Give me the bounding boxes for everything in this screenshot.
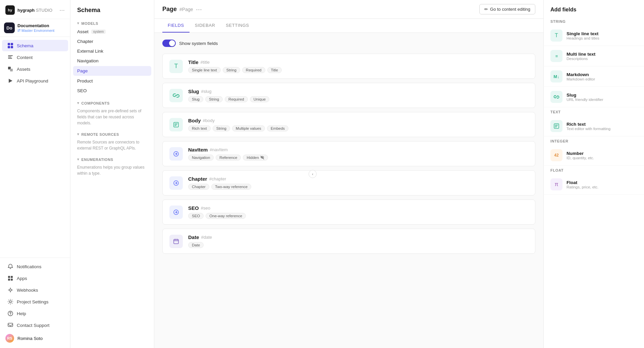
schema-model-page[interactable]: Page xyxy=(73,66,151,76)
add-field-single-line-text[interactable]: T Single line text Headings and titles xyxy=(544,25,644,46)
tag-string-2: String xyxy=(205,96,223,102)
slug-add-desc: URL friendly identifier xyxy=(567,98,603,102)
right-panel: Add fields STRING T Single line text Hea… xyxy=(543,0,644,348)
page-more-btn[interactable]: ⋯ xyxy=(196,6,202,13)
schema-model-external-link[interactable]: External Link xyxy=(70,46,154,56)
number-icon: 42 xyxy=(550,149,562,161)
sidebar-item-content[interactable]: Content xyxy=(2,52,68,63)
svg-marker-9 xyxy=(9,79,12,83)
sidebar-item-api-playground[interactable]: API Playground xyxy=(2,75,68,86)
logo-area: hy hygraph STUDIO ⋯ xyxy=(0,0,70,19)
add-field-number[interactable]: 42 Number ID, quantity, etc. xyxy=(544,145,644,166)
field-card-slug[interactable]: Slug #slug Slug String Required Unique xyxy=(162,83,535,108)
sidebar-item-notifications[interactable]: Notifications xyxy=(2,261,68,272)
field-card-date[interactable]: Date #date Date xyxy=(162,229,535,254)
remote-sources-collapse-arrow[interactable]: ▾ xyxy=(77,132,79,136)
sidebar-item-apps[interactable]: Apps xyxy=(2,273,68,284)
tab-settings[interactable]: SETTINGS xyxy=(220,19,254,33)
fields-area: Show system fields T Title #title Single… xyxy=(154,33,543,348)
apps-label: Apps xyxy=(17,276,27,281)
sidebar-item-webhooks[interactable]: Webhooks xyxy=(2,284,68,296)
float-name: Float xyxy=(567,180,598,185)
tag-two-way-ref: Two-way reference xyxy=(211,184,251,190)
field-card-navitem[interactable]: NavItem #navItem Navigation Reference Hi… xyxy=(162,141,535,166)
multi-line-text-name: Multi line text xyxy=(567,52,595,57)
tab-sidebar[interactable]: SIDEBAR xyxy=(190,19,221,33)
models-collapse-arrow[interactable]: ▾ xyxy=(77,21,79,25)
page-api-id: #Page xyxy=(179,7,193,12)
bottom-nav: Notifications Apps Webhooks Project Sett… xyxy=(0,257,70,348)
rich-text-icon xyxy=(550,120,562,132)
add-field-slug[interactable]: Slug URL friendly identifier xyxy=(544,87,644,107)
main-wrapper: ‹ Page #Page ⋯ ✏ Go to content editing F… xyxy=(154,0,644,348)
add-fields-title: Add fields xyxy=(544,0,644,17)
show-system-fields-toggle[interactable] xyxy=(162,40,176,47)
workspace-env: ⇄ Master Environment xyxy=(17,28,54,33)
sidebar-item-contact-support[interactable]: Contact Support xyxy=(2,320,68,331)
sidebar-item-help[interactable]: Help xyxy=(2,308,68,319)
svg-rect-2 xyxy=(8,46,10,48)
api-playground-icon xyxy=(7,78,13,84)
field-card-body[interactable]: Body #body Rich text String Multiple val… xyxy=(162,112,535,137)
components-collapse-arrow[interactable]: ▾ xyxy=(77,101,79,105)
tag-seo: SEO xyxy=(188,213,204,219)
collapse-sidebar-btn[interactable]: ‹ xyxy=(309,170,317,178)
notifications-label: Notifications xyxy=(17,264,42,269)
workspace-avatar: Do xyxy=(4,22,15,33)
single-line-text-info: Single line text Headings and titles xyxy=(567,31,599,40)
show-system-fields-label: Show system fields xyxy=(179,41,218,46)
tag-unique: Unique xyxy=(250,96,269,102)
number-desc: ID, quantity, etc. xyxy=(567,156,594,160)
seo-field-name: SEO #seo xyxy=(188,205,528,211)
seo-field-content: SEO #seo SEO One-way reference xyxy=(188,205,528,219)
chapter-api-id: #chapter xyxy=(209,176,226,181)
seo-field-tags: SEO One-way reference xyxy=(188,213,528,219)
date-field-icon xyxy=(169,235,183,248)
svg-rect-10 xyxy=(8,276,10,278)
sidebar-item-project-settings[interactable]: Project Settings xyxy=(2,296,68,307)
tag-date: Date xyxy=(188,242,204,248)
external-link-label: External Link xyxy=(77,49,103,54)
chapter-field-content: Chapter #chapter Chapter Two-way referen… xyxy=(188,176,528,190)
single-line-text-icon: T xyxy=(550,30,562,42)
logo-more-btn[interactable]: ⋯ xyxy=(59,7,65,13)
svg-rect-6 xyxy=(8,58,12,59)
date-field-content: Date #date Date xyxy=(188,234,528,248)
field-card-title[interactable]: T Title #title Single line text String R… xyxy=(162,54,535,79)
user-profile[interactable]: RS Romina Soto xyxy=(0,331,70,345)
date-field-tags: Date xyxy=(188,242,528,248)
studio-label: STUDIO xyxy=(35,8,52,13)
schema-model-chapter[interactable]: Chapter xyxy=(70,37,154,46)
single-line-text-name: Single line text xyxy=(567,31,599,36)
schema-model-seo[interactable]: SEO xyxy=(70,86,154,96)
schema-model-asset[interactable]: Asset system xyxy=(70,27,154,37)
sidebar-item-schema[interactable]: Schema xyxy=(2,40,68,51)
number-info: Number ID, quantity, etc. xyxy=(567,151,594,160)
number-name: Number xyxy=(567,151,594,156)
navitem-field-content: NavItem #navItem Navigation Reference Hi… xyxy=(188,147,528,161)
add-field-markdown[interactable]: M↓ Markdown Markdown editor xyxy=(544,66,644,87)
go-to-editing-button[interactable]: ✏ Go to content editing xyxy=(479,4,535,14)
field-card-seo[interactable]: SEO #seo SEO One-way reference xyxy=(162,199,535,225)
tab-fields[interactable]: FIELDS xyxy=(162,19,190,33)
single-line-text-desc: Headings and titles xyxy=(567,36,599,40)
sidebar-item-assets[interactable]: Assets xyxy=(2,63,68,75)
add-field-rich-text[interactable]: Rich text Text editor with formatting xyxy=(544,116,644,136)
workspace-area[interactable]: Do Documentation ⇄ Master Environment xyxy=(0,19,70,37)
float-icon: π xyxy=(550,178,562,190)
date-api-id: #date xyxy=(201,235,212,240)
svg-rect-12 xyxy=(8,279,10,281)
schema-model-product[interactable]: Product xyxy=(70,76,154,86)
tag-navigation: Navigation xyxy=(188,155,214,161)
seo-api-id: #seo xyxy=(201,206,210,211)
add-field-float[interactable]: π Float Ratings, price, etc. xyxy=(544,174,644,195)
field-card-chapter[interactable]: Chapter #chapter Chapter Two-way referen… xyxy=(162,170,535,195)
svg-rect-5 xyxy=(8,57,11,57)
add-field-multi-line-text[interactable]: ≡ Multi line text Descriptions xyxy=(544,46,644,66)
schema-model-navigation[interactable]: Navigation xyxy=(70,56,154,66)
help-icon xyxy=(7,310,13,316)
chapter-field-tags: Chapter Two-way reference xyxy=(188,184,528,190)
rich-text-name: Rich text xyxy=(567,122,610,127)
integer-section-label: INTEGER xyxy=(544,136,644,145)
enumerations-collapse-arrow[interactable]: ▾ xyxy=(77,157,79,162)
